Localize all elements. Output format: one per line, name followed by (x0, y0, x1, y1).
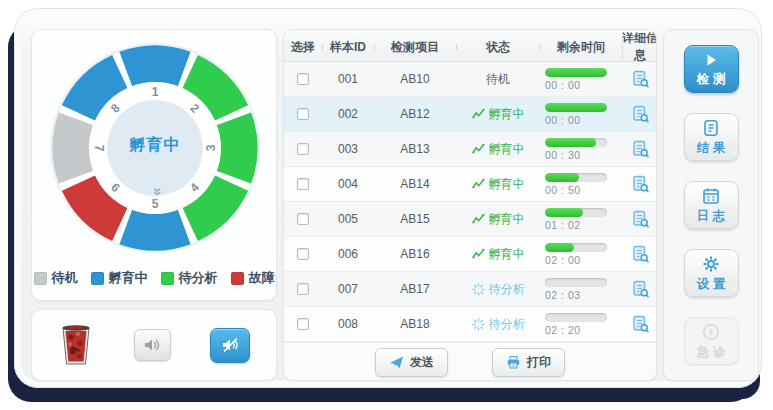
legend-item-standby: 待机 (34, 269, 78, 287)
incubator-status-panel: 12345678 孵育中 « 待机 孵育中 待分析 故障 (31, 29, 277, 301)
status-text: 孵育中 (489, 106, 525, 123)
donut-chart-svg: 12345678 (45, 38, 265, 258)
header-detail: 详细信息 (622, 30, 657, 64)
progress-bar (545, 208, 607, 217)
emergency-button: 急 诊 (684, 317, 739, 365)
sample-id: 002 (322, 107, 374, 121)
status-text: 待机 (486, 71, 510, 88)
row-checkbox[interactable] (297, 143, 309, 155)
row-checkbox[interactable] (297, 108, 309, 120)
test-item: AB14 (374, 177, 456, 191)
results-button[interactable]: 结 果 (684, 113, 739, 161)
row-checkbox[interactable] (297, 318, 309, 330)
status-cell: 孵育中 (456, 246, 540, 263)
detail-info-icon[interactable] (631, 210, 650, 228)
sample-id: 005 (322, 212, 374, 226)
table-row[interactable]: 006 AB16 孵育中 02 : 00 (284, 237, 656, 272)
remaining-time-cell: 00 : 50 (540, 173, 622, 196)
pending-spinner-icon (472, 318, 485, 331)
progress-bar (545, 68, 607, 77)
sample-id: 008 (322, 317, 374, 331)
test-item: AB13 (374, 142, 456, 156)
table-row[interactable]: 003 AB13 孵育中 00 : 30 (284, 132, 656, 167)
waste-bin-icon (58, 323, 94, 367)
table-row[interactable]: 001 AB10 待机 00 : 00 (284, 62, 656, 97)
log-button[interactable]: 日 志 (684, 181, 739, 229)
svg-text:1: 1 (152, 85, 159, 99)
remaining-time-cell: 02 : 20 (540, 313, 622, 336)
detect-button[interactable]: 检 测 (684, 45, 739, 93)
progress-bar (545, 138, 607, 147)
test-item: AB16 (374, 247, 456, 261)
select-cell (284, 143, 322, 155)
table-row[interactable]: 008 AB18 待分析 02 : 20 (284, 307, 656, 342)
status-text: 待分析 (489, 281, 525, 298)
activity-trend-icon (472, 248, 485, 260)
test-item: AB15 (374, 212, 456, 226)
detail-info-icon[interactable] (631, 140, 650, 158)
status-text: 孵育中 (489, 246, 525, 263)
table-row[interactable]: 005 AB15 孵育中 01 : 02 (284, 202, 656, 237)
legend-item-incubating: 孵育中 (91, 269, 148, 287)
row-checkbox[interactable] (297, 178, 309, 190)
status-text: 孵育中 (489, 176, 525, 193)
remaining-time: 02 : 20 (545, 324, 581, 336)
detail-info-icon[interactable] (631, 175, 650, 193)
print-button[interactable]: 打印 (492, 348, 565, 377)
send-button[interactable]: 发送 (375, 348, 448, 377)
row-checkbox[interactable] (297, 213, 309, 225)
status-cell: 孵育中 (456, 106, 540, 123)
expand-chevron-icon[interactable]: « (148, 187, 163, 195)
status-legend: 待机 孵育中 待分析 故障 (32, 269, 276, 287)
activity-trend-icon (472, 108, 485, 120)
table-header: 选择 样本ID 检测项目 状态 剩余时间 详细信息 (284, 30, 656, 62)
detail-info-icon[interactable] (631, 280, 650, 298)
svg-text:5: 5 (152, 197, 159, 211)
detail-info-icon[interactable] (631, 105, 650, 123)
sample-id: 001 (322, 72, 374, 86)
row-checkbox[interactable] (297, 248, 309, 260)
fault-swatch (231, 272, 244, 285)
svg-text:3: 3 (204, 144, 218, 151)
detail-info-icon[interactable] (631, 245, 650, 263)
remaining-time: 02 : 03 (545, 289, 581, 301)
pending-spinner-icon (472, 283, 485, 296)
speaker-muted-icon (220, 336, 240, 354)
remaining-time-cell: 00 : 00 (540, 103, 622, 126)
status-text: 孵育中 (489, 211, 525, 228)
status-cell: 孵育中 (456, 176, 540, 193)
table-row[interactable]: 007 AB17 待分析 02 : 03 (284, 272, 656, 307)
sample-table-panel: 选择 样本ID 检测项目 状态 剩余时间 详细信息 001 AB10 (283, 29, 657, 381)
speaker-on-icon (143, 337, 161, 353)
pending-swatch (161, 272, 174, 285)
select-cell (284, 178, 322, 190)
progress-bar (545, 313, 607, 322)
progress-bar (545, 243, 607, 252)
test-item: AB12 (374, 107, 456, 121)
incubating-swatch (91, 272, 104, 285)
status-cell: 待机 (456, 71, 540, 88)
settings-button[interactable]: 设 置 (684, 249, 739, 297)
header-status: 状态 (456, 39, 540, 56)
progress-bar (545, 278, 607, 287)
test-item: AB17 (374, 282, 456, 296)
result-doc-icon (701, 118, 721, 138)
legend-item-pending: 待分析 (161, 269, 218, 287)
svg-text:7: 7 (92, 145, 106, 152)
select-cell (284, 318, 322, 330)
status-text: 孵育中 (489, 141, 525, 158)
table-body: 001 AB10 待机 00 : 00 (284, 62, 656, 342)
speaker-muted-button[interactable] (210, 328, 250, 363)
row-checkbox[interactable] (297, 73, 309, 85)
table-row[interactable]: 002 AB12 孵育中 00 : 00 (284, 97, 656, 132)
speaker-on-button[interactable] (134, 329, 171, 361)
status-cell: 孵育中 (456, 141, 540, 158)
detail-info-icon[interactable] (631, 315, 650, 333)
sound-waste-panel (31, 309, 277, 381)
table-row[interactable]: 004 AB14 孵育中 00 : 50 (284, 167, 656, 202)
sample-id: 004 (322, 177, 374, 191)
position-ring-chart[interactable]: 12345678 孵育中 « (45, 38, 265, 258)
legend-item-fault: 故障 (231, 269, 275, 287)
row-checkbox[interactable] (297, 283, 309, 295)
detail-info-icon[interactable] (631, 70, 650, 88)
